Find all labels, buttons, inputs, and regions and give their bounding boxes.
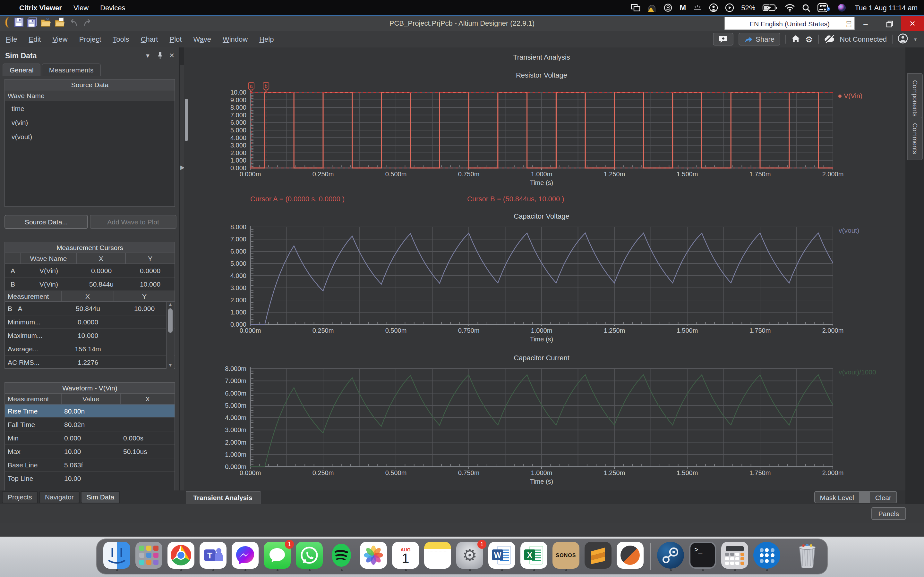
col-y[interactable]: Y <box>126 253 174 263</box>
tab-projects[interactable]: Projects <box>2 491 38 503</box>
col-measurement[interactable]: Measurement <box>5 291 61 301</box>
dock-spotify[interactable] <box>325 542 357 571</box>
home-icon[interactable] <box>791 34 800 44</box>
capacitor-current-plot[interactable]: 8.000m7.000m6.000m5.000m4.000m3.000m2.00… <box>184 362 905 491</box>
capacitor-current-chart[interactable]: 8.000m7.000m6.000m5.000m4.000m3.000m2.00… <box>184 362 905 491</box>
gear-icon[interactable]: ⚙ <box>805 34 813 44</box>
tab-navigator[interactable]: Navigator <box>39 491 79 503</box>
scroll-down-icon[interactable]: ▼ <box>168 363 173 367</box>
dock-citrix[interactable] <box>751 542 783 571</box>
avatar[interactable] <box>898 33 908 45</box>
measure-row-b-a[interactable]: B - A50.844u10.000 <box>5 302 174 316</box>
dock-teams[interactable]: T <box>197 542 229 571</box>
dock-sublime[interactable] <box>582 542 614 571</box>
dock-calendar[interactable]: AUG1 <box>389 542 422 571</box>
dock-excel[interactable]: X <box>518 542 550 571</box>
dock-steam[interactable] <box>654 542 687 571</box>
panel-close-icon[interactable]: ✕ <box>169 52 174 59</box>
tab-sim-data[interactable]: Sim Data <box>81 491 120 503</box>
restore-button[interactable] <box>878 16 901 31</box>
tab-general[interactable]: General <box>3 63 41 76</box>
siri-icon[interactable] <box>837 3 846 12</box>
dock-messages[interactable]: 1 <box>261 542 293 571</box>
waveform-row-fall-time[interactable]: Fall Time80.02n <box>5 418 174 432</box>
control-center-icon[interactable] <box>817 3 830 12</box>
waveform-row-max[interactable]: Max10.0050.10us <box>5 445 174 458</box>
keyboard-layout-icon[interactable]: ▭▭ <box>846 20 851 27</box>
macos-app-menu[interactable]: Citrix Viewer <box>19 4 62 11</box>
panel-menu-caret-icon[interactable]: ▼ <box>145 52 150 59</box>
source-data-button[interactable]: Source Data... <box>5 215 88 229</box>
col-x[interactable]: X <box>77 253 126 263</box>
m-app-icon[interactable]: M <box>680 3 686 12</box>
dock-whatsapp[interactable] <box>293 542 325 571</box>
waveform-row-rise-time[interactable]: Rise Time80.00n <box>5 405 174 418</box>
dock-swirl[interactable] <box>614 542 646 571</box>
connection-status-label[interactable]: Not Connected <box>840 35 887 43</box>
panel-pin-icon[interactable] <box>157 51 163 60</box>
col-x[interactable]: X <box>121 394 174 404</box>
redo-icon[interactable] <box>82 18 92 29</box>
dock-terminal[interactable]: >_ <box>687 542 719 571</box>
dock-word[interactable]: W <box>486 542 518 571</box>
language-bar-grip[interactable] <box>727 19 730 28</box>
save-all-icon[interactable] <box>27 17 37 30</box>
play-circle-icon[interactable] <box>725 3 734 12</box>
wave-name-column-header[interactable]: Wave Name <box>5 90 174 101</box>
spiral-icon[interactable] <box>664 3 672 12</box>
cursor-row-a[interactable]: A V(Vin) 0.0000 0.0000 <box>5 264 174 277</box>
menu-file[interactable]: File <box>0 35 23 43</box>
close-button[interactable]: ✕ <box>901 16 924 31</box>
menu-window[interactable]: Window <box>217 35 254 43</box>
waveform-row-top-line[interactable]: Top Line10.00 <box>5 472 174 485</box>
dock-photos[interactable] <box>357 542 389 571</box>
wave-row-vvin[interactable]: v(vin) <box>5 115 174 129</box>
clear-button[interactable]: Clear <box>870 493 897 501</box>
menu-view[interactable]: View <box>47 35 73 43</box>
measure-row-ac-rms[interactable]: AC RMS...1.2276 <box>5 356 174 369</box>
dock-settings[interactable]: ⚙1 <box>454 542 486 571</box>
language-bar[interactable]: EN English (United States) ▭▭ <box>724 17 855 30</box>
dock-launchpad[interactable] <box>133 542 165 571</box>
wave-row-vvout[interactable]: v(vout) <box>5 129 174 143</box>
scroll-up-icon[interactable]: ▲ <box>168 302 173 306</box>
macos-menu-devices[interactable]: Devices <box>100 4 125 11</box>
open-document-icon[interactable] <box>55 17 65 29</box>
menu-edit[interactable]: Edit <box>23 35 47 43</box>
share-button[interactable]: Share <box>738 33 780 45</box>
measure-table-scrollbar[interactable]: ▲ ▼ <box>166 302 174 369</box>
avatar-caret-icon[interactable]: ▼ <box>913 37 918 41</box>
measure-row-minimum[interactable]: Minimum...0.0000 <box>5 316 174 329</box>
measure-row-maximum[interactable]: Maximum...10.000 <box>5 329 174 342</box>
menu-project[interactable]: Project <box>73 35 107 43</box>
cursor-row-b[interactable]: B V(Vin) 50.844u 10.000 <box>5 277 174 291</box>
waveform-row-min[interactable]: Min0.0000.000s <box>5 432 174 445</box>
capacitor-voltage-chart[interactable]: 8.0007.0006.0005.0004.0003.0002.0001.000… <box>184 220 905 350</box>
dock-trash[interactable] <box>791 542 823 571</box>
save-icon[interactable] <box>14 17 24 29</box>
citrix-windows-icon[interactable] <box>631 4 640 11</box>
user-account-icon[interactable] <box>709 3 718 12</box>
resistor-voltage-chart[interactable]: 10.009.0008.0007.0006.0005.0004.0003.000… <box>184 81 905 190</box>
col-value[interactable]: Value <box>61 394 121 404</box>
col-y[interactable]: Y <box>114 291 174 301</box>
measure-row-average[interactable]: Average...156.14m <box>5 342 174 356</box>
wifi-icon[interactable] <box>785 4 795 11</box>
wave-row-time[interactable]: time <box>5 101 174 115</box>
menu-tools[interactable]: Tools <box>107 35 135 43</box>
spotlight-search-icon[interactable] <box>802 3 811 12</box>
dock-messenger[interactable] <box>229 542 261 571</box>
add-comment-button[interactable] <box>712 33 733 45</box>
col-wave-name[interactable]: Wave Name <box>21 253 77 263</box>
menu-plot[interactable]: Plot <box>164 35 187 43</box>
resistor-voltage-plot[interactable]: 10.009.0008.0007.0006.0005.0004.0003.000… <box>184 81 905 190</box>
menu-chart[interactable]: Chart <box>135 35 164 43</box>
dock-sonos[interactable]: SONOS <box>550 542 582 571</box>
macos-clock[interactable]: Tue 1 Aug 11:14 am <box>855 4 918 11</box>
dock-notes[interactable] <box>422 542 454 571</box>
minimize-button[interactable]: – <box>854 16 877 31</box>
tab-components[interactable]: Components <box>907 73 923 123</box>
undo-icon[interactable] <box>69 18 79 29</box>
keyboard-brightness-icon[interactable] <box>693 4 702 11</box>
tab-measurements[interactable]: Measurements <box>42 63 101 76</box>
